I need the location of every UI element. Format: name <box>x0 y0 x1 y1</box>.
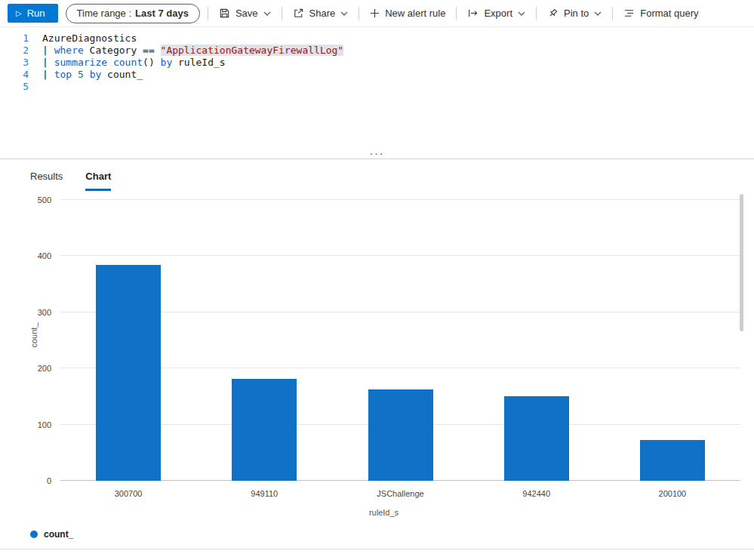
format-query-label: Format query <box>640 8 698 19</box>
x-axis-labels: 300700949110JSChallenge942440200100 <box>60 489 740 500</box>
bar-942440[interactable] <box>504 396 569 481</box>
chevron-down-icon <box>340 11 348 16</box>
share-label: Share <box>309 8 336 19</box>
legend-color-dot <box>30 531 38 538</box>
x-tick-label: 300700 <box>83 489 174 498</box>
pane-splitter[interactable]: ··· <box>0 149 754 159</box>
toolbar-separator <box>536 7 537 20</box>
save-icon <box>219 8 230 19</box>
time-range-label: Time range : <box>77 8 132 19</box>
editor-line[interactable]: 5 <box>0 81 754 93</box>
gridline <box>60 199 740 200</box>
editor-line[interactable]: 2| where Category == "ApplicationGateway… <box>0 45 754 57</box>
line-number: 3 <box>0 57 29 69</box>
y-axis-labels: 0100200300400500 <box>23 200 57 481</box>
x-axis-title: ruleId_s <box>369 508 399 517</box>
x-tick-label: JSChallenge <box>355 489 446 498</box>
gridline <box>60 312 740 312</box>
chart-legend[interactable]: count_ <box>0 523 754 546</box>
bottom-divider <box>0 549 754 549</box>
export-button[interactable]: Export <box>464 3 528 24</box>
y-tick-label: 500 <box>38 195 51 205</box>
save-button[interactable]: Save <box>216 3 274 24</box>
toolbar-separator <box>359 7 359 20</box>
pin-to-label: Pin to <box>564 8 589 19</box>
export-icon <box>467 8 479 19</box>
bar-200100[interactable] <box>640 440 705 481</box>
toolbar-separator <box>456 7 457 20</box>
save-label: Save <box>235 8 258 19</box>
vertical-scrollbar[interactable] <box>740 194 743 331</box>
bar-chart: count_ 0100200300400500 300700949110JSCh… <box>23 191 745 523</box>
splitter-handle-icon[interactable]: ··· <box>370 148 385 158</box>
y-tick-label: 400 <box>38 251 51 260</box>
results-pane: Results Chart count_ 0100200300400500 30… <box>0 159 754 549</box>
export-label: Export <box>484 8 512 19</box>
results-tabbar: Results Chart <box>0 159 754 191</box>
pin-icon <box>547 8 559 19</box>
chevron-down-icon <box>594 11 602 16</box>
code-text <box>29 81 42 93</box>
plus-icon <box>370 8 380 18</box>
code-text: | summarize count() by ruleId_s <box>29 57 226 69</box>
toolbar-separator <box>282 7 282 20</box>
share-icon <box>293 8 304 19</box>
share-button[interactable]: Share <box>290 3 352 24</box>
y-tick-label: 200 <box>38 364 51 373</box>
line-number: 2 <box>0 45 29 57</box>
x-tick-label: 200100 <box>627 489 718 498</box>
editor-line[interactable]: 3| summarize count() by ruleId_s <box>0 57 754 69</box>
y-tick-label: 300 <box>38 308 51 317</box>
x-tick-label: 949110 <box>219 489 309 498</box>
gridline <box>60 368 740 368</box>
code-text: AzureDiagnostics <box>29 32 137 45</box>
run-label: Run <box>27 8 45 19</box>
format-query-button[interactable]: Format query <box>620 3 701 24</box>
toolbar: ▷ Run Time range : Last 7 days Save Shar… <box>0 0 754 27</box>
line-number: 4 <box>0 69 29 81</box>
query-editor[interactable]: 1AzureDiagnostics2| where Category == "A… <box>0 27 754 149</box>
format-query-icon <box>623 8 635 19</box>
pin-to-button[interactable]: Pin to <box>544 3 605 24</box>
editor-line[interactable]: 4| top 5 by count_ <box>0 69 754 81</box>
new-alert-rule-button[interactable]: New alert rule <box>367 3 448 24</box>
time-range-picker[interactable]: Time range : Last 7 days <box>66 4 200 23</box>
time-range-value: Last 7 days <box>135 8 189 19</box>
new-alert-rule-label: New alert rule <box>385 8 445 19</box>
play-icon: ▷ <box>16 10 22 17</box>
legend-label: count_ <box>44 529 73 540</box>
x-tick-label: 942440 <box>491 489 582 498</box>
bar-JSChallenge[interactable] <box>368 389 433 481</box>
editor-line[interactable]: 1AzureDiagnostics <box>0 32 754 45</box>
bar-300700[interactable] <box>96 265 161 481</box>
gridline <box>60 255 740 256</box>
tab-results[interactable]: Results <box>30 171 63 191</box>
tab-chart[interactable]: Chart <box>85 171 111 191</box>
code-text: | where Category == "ApplicationGatewayF… <box>29 45 343 57</box>
toolbar-separator <box>208 7 208 20</box>
line-number: 1 <box>0 32 29 45</box>
chevron-down-icon <box>263 11 271 16</box>
y-tick-label: 100 <box>38 420 51 429</box>
toolbar-separator <box>612 7 613 20</box>
line-number: 5 <box>0 81 29 93</box>
chevron-down-icon <box>518 11 525 16</box>
bar-949110[interactable] <box>232 379 297 481</box>
chart-plot <box>60 200 740 481</box>
code-text: | top 5 by count_ <box>29 69 143 81</box>
run-button[interactable]: ▷ Run <box>8 4 58 23</box>
y-tick-label: 0 <box>47 476 51 485</box>
